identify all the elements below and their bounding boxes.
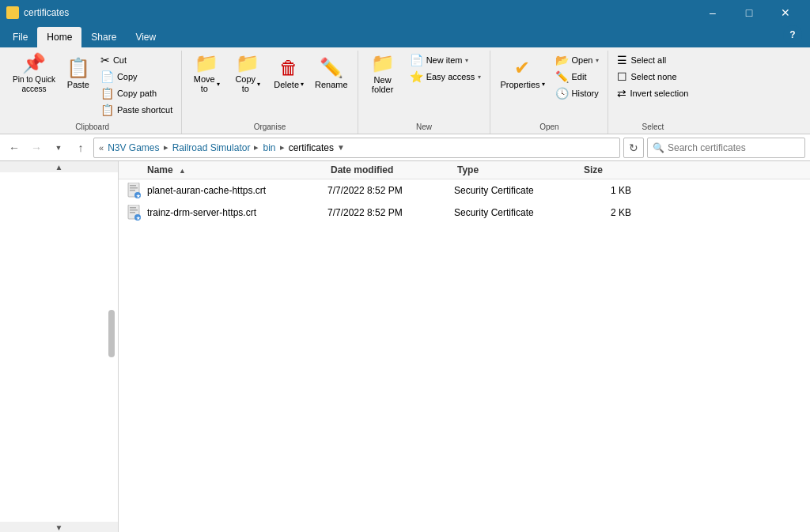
invert-icon: ⇄	[617, 87, 626, 100]
file-type-1: Security Certificate	[448, 185, 574, 196]
tab-view[interactable]: View	[126, 27, 165, 47]
file-type-2: Security Certificate	[448, 207, 574, 218]
recent-locations-button[interactable]: ▼	[49, 138, 68, 157]
path-segment-railroad[interactable]: Railroad Simulator	[172, 142, 251, 153]
move-to-caret: ▾	[217, 81, 220, 88]
svg-rect-7	[130, 207, 136, 209]
select-group: ☰ Select all ☐ Select none ⇄ Invert sele…	[608, 51, 697, 134]
paste-label: Paste	[67, 80, 89, 89]
new-item-button[interactable]: 📄 New item ▾	[406, 52, 486, 68]
new-folder-button[interactable]: 📁 Newfolder	[363, 51, 403, 97]
table-row[interactable]: ★ trainz-drm-server-https.crt 7/7/2022 8…	[119, 202, 810, 224]
svg-rect-1	[130, 185, 136, 187]
nav-scroll-indicator	[108, 310, 115, 357]
organise-group: 📁 Moveto ▾ 📁 Copyto ▾ 🗑 Delete ▾	[182, 51, 358, 134]
copy-path-icon: 📋	[100, 87, 114, 100]
copy-path-button[interactable]: 📋 Copy path	[97, 85, 176, 101]
tab-share[interactable]: Share	[81, 27, 126, 47]
history-button[interactable]: 🕓 History	[551, 85, 604, 101]
file-date-2: 7/7/2022 8:52 PM	[321, 207, 448, 218]
copy-label: Copy	[117, 72, 138, 81]
paste-icon: 📋	[66, 58, 90, 77]
cut-button[interactable]: ✂ Cut	[97, 52, 176, 68]
delete-caret: ▾	[301, 81, 304, 88]
search-input[interactable]	[668, 142, 800, 153]
delete-label: Delete	[274, 80, 299, 89]
easy-access-icon: ⭐	[410, 70, 423, 83]
search-box[interactable]: 🔍	[647, 138, 805, 158]
refresh-button[interactable]: ↻	[623, 138, 644, 158]
copy-button[interactable]: 📄 Copy	[97, 69, 176, 85]
col-header-name[interactable]: Name ▲	[119, 164, 324, 175]
select-all-icon: ☰	[617, 54, 627, 66]
table-row[interactable]: ★ planet-auran-cache-https.crt 7/7/2022 …	[119, 179, 810, 202]
rename-button[interactable]: ✏️ Rename	[310, 51, 353, 96]
svg-rect-8	[130, 209, 138, 211]
cert-file-icon-2: ★	[127, 205, 142, 221]
path-segment-certificates[interactable]: certificates	[289, 142, 334, 153]
history-icon: 🕓	[555, 87, 569, 100]
nav-tree	[0, 172, 118, 489]
tab-file[interactable]: File	[3, 27, 37, 47]
select-none-icon: ☐	[617, 70, 627, 83]
maximize-button[interactable]: □	[731, 0, 767, 25]
open-group: ✔ Properties ▾ 📂 Open ▾ ✏️ Edit 🕓	[490, 51, 608, 134]
back-button[interactable]: ←	[5, 138, 24, 157]
paste-button[interactable]: 📋 Paste	[62, 51, 95, 96]
delete-icon: 🗑	[279, 58, 298, 77]
easy-access-caret: ▾	[478, 74, 481, 81]
path-segment-bin[interactable]: bin	[263, 142, 276, 153]
move-to-icon: 📁	[195, 54, 218, 73]
organise-group-label: Organise	[187, 121, 352, 134]
new-item-label: New item	[426, 55, 463, 65]
help-button[interactable]: ?	[783, 25, 802, 44]
address-bar: ← → ▼ ↑ « N3V Games ▸ Railroad Simulator…	[0, 134, 810, 161]
easy-access-button[interactable]: ⭐ Easy access ▾	[406, 69, 486, 85]
select-none-label: Select none	[630, 72, 676, 81]
properties-icon: ✔	[514, 58, 530, 77]
up-button[interactable]: ↑	[71, 138, 90, 157]
easy-access-label: Easy access	[426, 72, 475, 81]
file-size-2: 2 KB	[574, 207, 638, 218]
properties-button[interactable]: ✔ Properties ▾	[495, 51, 549, 96]
col-header-size[interactable]: Size	[577, 164, 641, 175]
new-folder-label: Newfolder	[372, 75, 394, 94]
history-label: History	[572, 89, 599, 98]
close-button[interactable]: ✕	[767, 0, 804, 25]
pin-to-quick-access-button[interactable]: 📌 Pin to Quickaccess	[8, 51, 60, 97]
address-dropdown-arrow[interactable]: ▼	[337, 143, 345, 152]
edit-button[interactable]: ✏️ Edit	[551, 69, 604, 85]
clipboard-group: 📌 Pin to Quickaccess 📋 Paste ✂ Cut 📄 Cop…	[3, 51, 182, 134]
properties-label: Properties	[500, 80, 539, 89]
move-to-button[interactable]: 📁 Moveto ▾	[187, 51, 226, 96]
forward-button[interactable]: →	[27, 138, 46, 157]
copy-icon: 📄	[100, 70, 114, 83]
title-bar-left: certificates	[6, 6, 69, 19]
tab-home[interactable]: Home	[37, 27, 81, 47]
file-icon-2: ★	[127, 205, 142, 221]
file-list-header: Name ▲ Date modified Type Size	[119, 161, 810, 179]
select-group-label: Select	[613, 121, 692, 134]
minimize-button[interactable]: –	[695, 0, 731, 25]
new-group-label: New	[363, 121, 486, 134]
address-path[interactable]: « N3V Games ▸ Railroad Simulator ▸ bin ▸…	[93, 138, 620, 158]
ribbon-tabs: File Home Share View ?	[0, 25, 810, 47]
file-list: Name ▲ Date modified Type Size	[119, 161, 810, 532]
nav-panel: ▲ ▼	[0, 161, 119, 532]
copy-to-caret: ▾	[257, 81, 260, 88]
delete-button[interactable]: 🗑 Delete ▾	[269, 51, 308, 96]
svg-rect-9	[130, 212, 135, 213]
path-segment-n3v[interactable]: N3V Games	[108, 142, 159, 153]
paste-shortcut-button[interactable]: 📋 Paste shortcut	[97, 102, 176, 118]
nav-scroll-down[interactable]: ▼	[0, 522, 118, 532]
nav-scroll-up[interactable]: ▲	[0, 161, 118, 172]
select-all-button[interactable]: ☰ Select all	[613, 52, 692, 68]
open-button[interactable]: 📂 Open ▾	[551, 52, 604, 68]
paste-shortcut-icon: 📋	[100, 104, 114, 116]
invert-selection-button[interactable]: ⇄ Invert selection	[613, 85, 692, 101]
select-none-button[interactable]: ☐ Select none	[613, 69, 692, 85]
new-item-caret: ▾	[465, 57, 468, 64]
col-header-type[interactable]: Type	[451, 164, 577, 175]
col-header-date[interactable]: Date modified	[324, 164, 451, 175]
copy-to-button[interactable]: 📁 Copyto ▾	[228, 51, 267, 96]
